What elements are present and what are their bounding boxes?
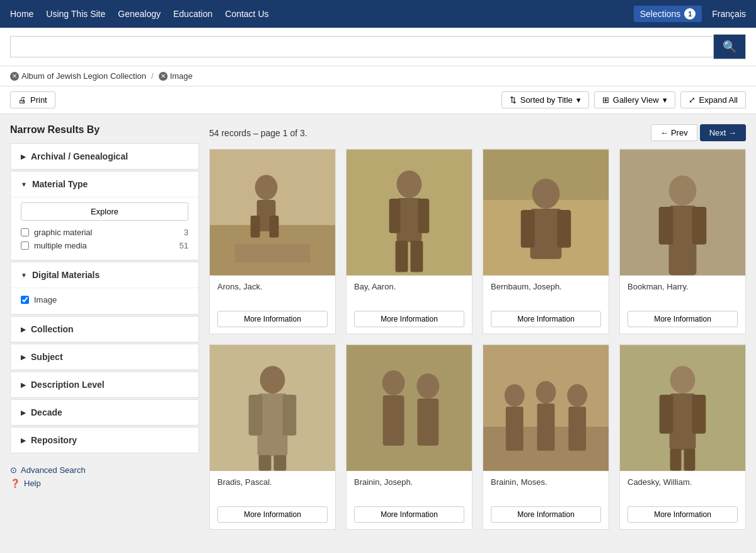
breadcrumb-label-collection[interactable]: Album of Jewish Legion Collection	[21, 71, 146, 81]
gallery-image[interactable]	[210, 345, 335, 471]
gallery-name: Brainin, Joseph.	[354, 477, 464, 500]
sidebar-section-header-description[interactable]: ▶ Description Level	[11, 372, 198, 397]
gallery-chevron-icon: ▾	[663, 95, 667, 105]
next-button[interactable]: Next →	[700, 124, 746, 141]
gallery-name: Brainin, Moses.	[491, 477, 601, 500]
language-button[interactable]: Français	[712, 9, 746, 19]
gallery-grid: Arons, Jack. More Information Bay, Aaron…	[209, 149, 746, 530]
expand-button[interactable]: ⤢ Expand All	[680, 91, 746, 108]
advanced-search-link[interactable]: ⊙ Advanced Search	[10, 463, 199, 477]
selections-button[interactable]: Selections 1	[634, 6, 702, 22]
nav-contact-us[interactable]: Contact Us	[225, 9, 268, 19]
nav-using-this-site[interactable]: Using This Site	[46, 9, 105, 19]
breadcrumb-item-collection: ✕ Album of Jewish Legion Collection	[10, 71, 146, 81]
svg-rect-6	[235, 244, 310, 263]
more-info-button[interactable]: More Information	[491, 506, 601, 523]
breadcrumb-remove-collection[interactable]: ✕	[10, 72, 19, 81]
print-button[interactable]: 🖨 Print	[10, 91, 55, 108]
svg-rect-9	[397, 198, 422, 242]
checkbox-image[interactable]	[21, 296, 29, 304]
toolbar-right: ⇅ Sorted by Title ▾ ⊞ Gallery View ▾ ⤢ E…	[501, 91, 746, 108]
gallery-image[interactable]	[346, 149, 472, 276]
sidebar-label-digital: Digital Materials	[32, 270, 100, 280]
arrow-icon-repository: ▶	[21, 437, 26, 444]
sidebar-title: Narrow Results By	[10, 124, 199, 136]
svg-rect-34	[383, 395, 404, 446]
breadcrumb-label-image[interactable]: Image	[170, 71, 193, 81]
sidebar-section-header-archival[interactable]: ▶ Archival / Genealogical	[11, 144, 198, 169]
svg-rect-31	[273, 455, 286, 471]
gallery-item: Arons, Jack. More Information	[209, 149, 336, 334]
svg-rect-42	[537, 404, 555, 451]
breadcrumb: ✕ Album of Jewish Legion Collection / ✕ …	[0, 66, 756, 86]
more-info-button[interactable]: More Information	[217, 311, 328, 327]
sidebar-section-header-material[interactable]: ▼ Material Type	[11, 172, 198, 197]
help-label: Help	[24, 479, 41, 488]
arrow-icon-digital: ▼	[21, 272, 27, 279]
print-label: Print	[30, 95, 47, 105]
gallery-info: Cadesky, William. More Information	[620, 471, 745, 529]
sidebar-label-description: Description Level	[31, 380, 105, 390]
svg-rect-44	[568, 407, 586, 451]
gallery-view-button[interactable]: ⊞ Gallery View ▾	[594, 91, 675, 108]
nav-genealogy[interactable]: Genealogy	[118, 9, 161, 19]
svg-rect-4	[251, 216, 260, 238]
sidebar-section-header-digital[interactable]: ▼ Digital Materials	[11, 262, 198, 288]
breadcrumb-item-image: ✕ Image	[159, 71, 193, 81]
gallery-image[interactable]	[210, 149, 335, 276]
results-count: 54 records – page 1 of 3.	[209, 128, 307, 138]
sidebar-label-collection: Collection	[31, 324, 74, 334]
checkbox-graphic-material[interactable]	[21, 228, 29, 236]
sidebar-section-header-decade[interactable]: ▶ Decade	[11, 400, 198, 425]
svg-point-39	[505, 384, 525, 407]
svg-rect-28	[249, 395, 263, 436]
more-info-button[interactable]: More Information	[354, 311, 464, 327]
gallery-name: Bernbaum, Joseph.	[491, 282, 601, 305]
sidebar-section-archival: ▶ Archival / Genealogical	[10, 143, 199, 170]
nav-home[interactable]: Home	[10, 9, 33, 19]
svg-rect-23	[659, 207, 673, 245]
main-content: 54 records – page 1 of 3. ← Prev Next → …	[209, 124, 746, 530]
more-info-button[interactable]: More Information	[491, 311, 601, 327]
gallery-info: Bay, Aaron. More Information	[346, 276, 472, 334]
checkbox-multiple-media[interactable]	[21, 242, 29, 250]
gallery-image[interactable]	[483, 149, 609, 276]
sidebar-label-decade: Decade	[31, 407, 62, 417]
help-link[interactable]: ❓ Help	[10, 477, 199, 490]
arrow-icon-collection: ▶	[21, 326, 26, 333]
sidebar-section-header-repository[interactable]: ▶ Repository	[11, 428, 198, 453]
sidebar-section-header-subject[interactable]: ▶ Subject	[11, 344, 198, 370]
nav-right: Selections 1 Français	[634, 6, 746, 22]
sort-button[interactable]: ⇅ Sorted by Title ▾	[501, 91, 589, 108]
gallery-image[interactable]	[483, 345, 609, 471]
gallery-view-label: Gallery View	[613, 95, 659, 105]
more-info-button[interactable]: More Information	[354, 506, 464, 523]
gallery-item: Bradis, Pascal. More Information	[209, 344, 336, 530]
gallery-image[interactable]	[620, 149, 745, 276]
sidebar-section-decade: ▶ Decade	[10, 399, 199, 426]
more-info-button[interactable]: More Information	[627, 506, 738, 523]
gallery-item: Bay, Aaron. More Information	[346, 149, 472, 334]
gallery-name: Arons, Jack.	[217, 282, 328, 305]
svg-rect-29	[282, 395, 296, 436]
search-button[interactable]: 🔍	[713, 34, 746, 59]
gallery-info: Arons, Jack. More Information	[210, 276, 335, 334]
more-info-button[interactable]: More Information	[627, 311, 738, 327]
explore-button[interactable]: Explore	[21, 202, 188, 221]
nav-links: Home Using This Site Genealogy Education…	[10, 9, 634, 19]
gallery-info: Brainin, Moses. More Information	[483, 471, 609, 529]
filter-count-multiple: 51	[180, 241, 188, 250]
filter-label-graphic: graphic material	[34, 228, 93, 237]
gallery-item: Cadesky, William. More Information	[619, 344, 746, 530]
svg-point-46	[670, 366, 696, 393]
arrow-icon-description: ▶	[21, 381, 26, 388]
gallery-image[interactable]	[346, 345, 472, 471]
svg-rect-32	[346, 346, 472, 471]
prev-button[interactable]: ← Prev	[651, 124, 697, 141]
more-info-button[interactable]: More Information	[217, 506, 328, 523]
nav-education[interactable]: Education	[173, 9, 212, 19]
sidebar-section-header-collection[interactable]: ▶ Collection	[11, 317, 198, 342]
search-input[interactable]	[10, 36, 713, 57]
gallery-image[interactable]	[620, 345, 745, 471]
breadcrumb-remove-image[interactable]: ✕	[159, 72, 168, 81]
